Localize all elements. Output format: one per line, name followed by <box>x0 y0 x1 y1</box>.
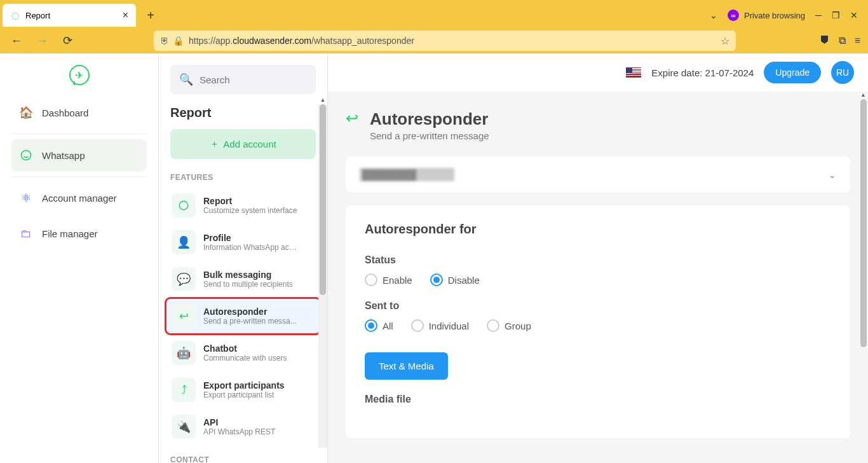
plug-icon: 🔌 <box>172 415 196 439</box>
radio-icon <box>430 273 443 286</box>
reply-icon: ↩ <box>346 109 362 126</box>
feature-desc: Customize system interface <box>203 206 297 215</box>
tab-title: Report <box>25 11 50 20</box>
contact-label: CONTACT <box>159 453 327 463</box>
feature-title: Bulk messaging <box>203 270 293 280</box>
export-icon: ⤴ <box>172 378 196 402</box>
chat-icon: 💬 <box>172 267 196 291</box>
add-account-button[interactable]: ＋ Add account <box>170 129 316 159</box>
main-scrollbar[interactable]: ▲ <box>859 92 867 460</box>
feature-desc: API WhatsApp REST <box>203 427 275 436</box>
whatsapp-icon <box>19 148 33 162</box>
pocket-icon[interactable]: ⛊ <box>820 35 830 46</box>
search-icon: 🔍 <box>179 73 193 86</box>
extensions-icon[interactable]: ⧉ <box>839 35 846 46</box>
feature-item-chatbot[interactable]: 🤖 Chatbot Communicate with users <box>165 335 321 371</box>
feature-desc: Send to multiple recipients <box>203 280 293 289</box>
reload-button[interactable]: ⟳ <box>58 32 76 50</box>
minimize-button[interactable]: ─ <box>815 10 822 20</box>
media-file-label: Media file <box>365 394 831 405</box>
sidebar-item-label: Whatsapp <box>42 150 85 161</box>
feature-desc: Information WhatsApp acc... <box>203 243 299 252</box>
feature-item-export-participants[interactable]: ⤴ Export participants Export participant… <box>165 371 321 408</box>
account-selector[interactable]: ████████ ⌄ <box>346 156 850 193</box>
radio-icon <box>487 319 499 332</box>
feature-title: Export participants <box>203 380 285 390</box>
flag-us-icon[interactable] <box>626 67 641 78</box>
upgrade-button[interactable]: Upgrade <box>764 62 821 83</box>
private-browsing-badge: Private browsing <box>728 10 805 21</box>
nodes-icon: ⚛ <box>19 191 33 205</box>
radio-all[interactable]: All <box>365 319 393 332</box>
feature-item-bulk-messaging[interactable]: 💬 Bulk messaging Send to multiple recipi… <box>165 261 321 298</box>
whatsapp-icon <box>172 193 196 218</box>
plus-icon: ＋ <box>210 138 219 150</box>
form-title: Autoresponder for <box>365 222 831 237</box>
back-button[interactable]: ← <box>8 32 25 50</box>
app-logo[interactable]: ✈ <box>0 53 158 97</box>
logo-icon: ✈ <box>69 65 90 85</box>
search-box[interactable]: 🔍 <box>170 65 316 94</box>
divider <box>11 134 147 134</box>
menu-icon[interactable]: ≡ <box>855 35 860 46</box>
feature-desc: Communicate with users <box>203 354 287 363</box>
close-icon[interactable]: × <box>123 10 128 21</box>
bookmark-icon[interactable]: ☆ <box>721 35 729 47</box>
url-bar[interactable]: ⛨ 🔒 https://app.cloudwasender.com/whatsa… <box>154 31 736 51</box>
panel-title: Report <box>159 103 327 129</box>
text-media-tab[interactable]: Text & Media <box>365 352 448 380</box>
nav-bar: ← → ⟳ ⛨ 🔒 https://app.cloudwasender.com/… <box>0 28 868 53</box>
avatar[interactable]: RU <box>831 61 854 84</box>
feature-item-api[interactable]: 🔌 API API WhatsApp REST <box>165 408 321 445</box>
scroll-up-icon[interactable]: ▲ <box>320 97 326 104</box>
features-label: FEATURES <box>159 170 327 187</box>
sidebar-item-label: Dashboard <box>42 107 88 118</box>
feature-item-autoresponder[interactable]: ↩ Autoresponder Send a pre-written messa… <box>165 298 321 335</box>
feature-title: Chatbot <box>203 343 287 354</box>
sidebar-item-label: File manager <box>42 228 98 239</box>
status-label: Status <box>365 254 831 266</box>
feature-title: Report <box>203 196 297 206</box>
url-text: https://app.cloudwasender.com/whatsapp_a… <box>189 36 715 46</box>
radio-individual[interactable]: Individual <box>411 319 469 332</box>
browser-tab[interactable]: ◌ Report × <box>3 4 136 27</box>
robot-icon: 🤖 <box>172 341 196 365</box>
search-input[interactable] <box>200 74 320 85</box>
folder-icon: 🗀 <box>19 226 33 240</box>
radio-group[interactable]: Group <box>487 319 531 332</box>
radio-icon <box>411 319 424 332</box>
close-window-button[interactable]: ✕ <box>850 10 858 20</box>
sidebar-panel: 🔍 Report ＋ Add account FEATURES Report C… <box>159 53 328 463</box>
sidebar-item-whatsapp[interactable]: Whatsapp <box>11 139 147 171</box>
page-title: Autoresponder <box>370 109 489 129</box>
sidebar-left: ✈ 🏠 Dashboard Whatsapp ⚛ Account manager… <box>0 53 159 463</box>
sidebar-item-dashboard[interactable]: 🏠 Dashboard <box>11 97 147 128</box>
feature-item-report[interactable]: Report Customize system interface <box>165 187 321 224</box>
feature-desc: Export participant list <box>203 390 285 399</box>
scrollbar-thumb[interactable] <box>860 99 867 347</box>
new-tab-button[interactable]: + <box>141 6 160 25</box>
radio-enable[interactable]: Enable <box>365 273 412 286</box>
scrollbar-thumb[interactable] <box>320 104 326 295</box>
main-content: Expire date: 21-07-2024 Upgrade RU ↩ Aut… <box>328 53 868 463</box>
divider <box>11 176 147 177</box>
chevron-down-icon: ⌄ <box>829 170 836 180</box>
user-icon: 👤 <box>172 230 196 254</box>
feature-desc: Send a pre-written messa... <box>203 317 297 326</box>
sidebar-item-file-manager[interactable]: 🗀 File manager <box>11 218 147 249</box>
forward-button[interactable]: → <box>33 32 51 50</box>
feature-title: Autoresponder <box>203 307 297 317</box>
account-value: ████████ <box>360 168 454 181</box>
chevron-down-icon[interactable]: ⌄ <box>710 10 717 20</box>
radio-disable[interactable]: Disable <box>430 273 480 286</box>
expire-text: Expire date: 21-07-2024 <box>651 67 754 78</box>
radio-icon <box>365 319 377 332</box>
scroll-up-icon[interactable]: ▲ <box>860 92 866 98</box>
sidebar-item-account-manager[interactable]: ⚛ Account manager <box>11 182 147 214</box>
svg-point-1 <box>179 201 188 210</box>
maximize-button[interactable]: ❐ <box>832 10 840 20</box>
reply-icon: ↩ <box>172 304 196 328</box>
topbar: Expire date: 21-07-2024 Upgrade RU <box>328 53 868 92</box>
sidebar-item-label: Account manager <box>42 193 117 204</box>
feature-item-profile[interactable]: 👤 Profile Information WhatsApp acc... <box>165 224 321 261</box>
